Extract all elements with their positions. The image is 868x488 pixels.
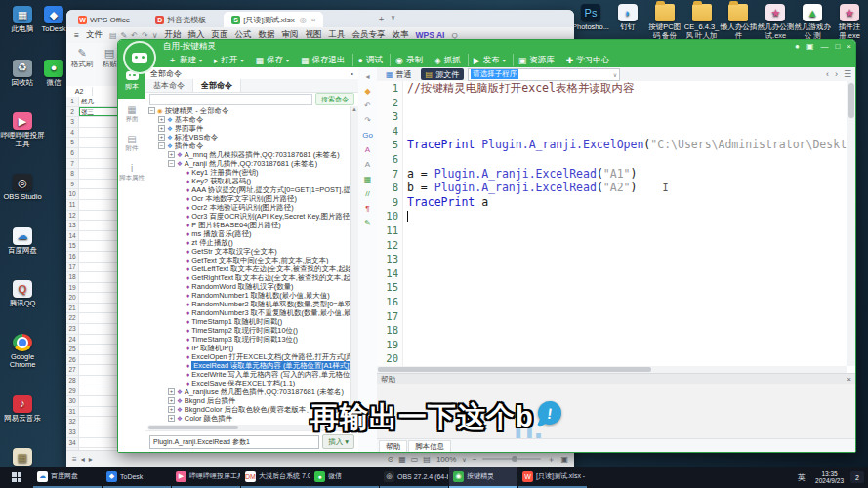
sheet-row[interactable]: 11 xyxy=(66,200,118,211)
sheet-cell[interactable] xyxy=(79,221,118,230)
row-header[interactable]: 25 xyxy=(66,345,79,354)
tree-item[interactable]: + ❖ A_mnq 然几模拟器插件,QQ:703187681 (未签名) xyxy=(145,150,351,159)
code-line[interactable]: 9 TracePrint a xyxy=(377,195,847,210)
sheet-row[interactable]: 27 xyxy=(66,365,118,376)
tree-item[interactable]: ♦ TimeStamp2 取现行时间戳10位() xyxy=(145,326,351,335)
tree-item[interactable]: ♦ ms 播放音乐(路径) xyxy=(145,229,351,238)
sheet-cell[interactable] xyxy=(79,180,118,189)
window-control-button[interactable]: — xyxy=(820,42,828,51)
desktop-icon[interactable]: Q 腾讯QQ xyxy=(0,280,45,308)
expander-icon[interactable]: + xyxy=(158,116,165,123)
desktop-icon[interactable]: ◗ 钉钉 xyxy=(609,4,646,40)
tree-item[interactable]: ♦ GetRightText 取文本右边(全文本,被查找的文本,起始寻找位置默认… xyxy=(145,273,351,282)
sheet-row[interactable]: 3 xyxy=(66,117,118,128)
tray-icon[interactable] xyxy=(773,473,781,481)
sheet-cell[interactable] xyxy=(79,324,118,334)
quick-icon[interactable]: ▤ xyxy=(109,31,117,40)
taskbar-item[interactable]: W [只读]测试.xlsx - ... xyxy=(518,467,587,488)
expander-icon[interactable]: + xyxy=(168,151,175,158)
sheet-row[interactable]: 16 xyxy=(66,252,118,263)
sheet-row[interactable]: 32 xyxy=(66,417,118,427)
sheet-row[interactable]: 10 xyxy=(66,189,118,200)
sheet-row[interactable]: 30 xyxy=(66,396,118,407)
row-header[interactable]: 23 xyxy=(66,324,79,334)
sheet-cell[interactable]: 张三 xyxy=(79,107,118,117)
sheet-cell[interactable]: 然几 xyxy=(79,97,118,106)
tree-item[interactable]: + ❖ 标准VBS命令 xyxy=(145,133,351,142)
sheet-cell[interactable] xyxy=(79,417,118,427)
row-header[interactable]: 14 xyxy=(66,231,79,241)
row-header[interactable]: 28 xyxy=(66,376,79,386)
tray-icon[interactable] xyxy=(730,473,738,481)
taskbar-item[interactable]: ◉ 按键精灵 xyxy=(449,467,517,488)
view-mode-icon[interactable]: ▭ xyxy=(411,455,419,464)
code-line[interactable]: 2 xyxy=(377,96,847,110)
sheet-row[interactable]: 34 xyxy=(66,438,118,449)
sheet-row[interactable]: 1然几 xyxy=(66,97,118,107)
code-line[interactable]: 5 TracePrint Plugin.A_ranji.ExcelOpen("C… xyxy=(377,138,847,152)
row-header[interactable]: 20 xyxy=(66,293,79,303)
row-header[interactable]: 12 xyxy=(66,211,79,221)
tree-item[interactable]: − ❖ 插件命令 xyxy=(145,142,351,150)
desktop-icon[interactable]: 按键PC图码 备份 xyxy=(646,4,683,40)
editor-hscrollbar[interactable] xyxy=(377,366,847,373)
tree-item[interactable]: − ◉ 按键精灵 - 全部命令 xyxy=(145,106,351,115)
strip-icon[interactable]: ◆ xyxy=(364,88,370,96)
tray-icon[interactable] xyxy=(752,473,760,481)
toolbar-button[interactable]: ◉ 录制 xyxy=(390,54,428,66)
zoom-level[interactable]: 100% xyxy=(436,455,456,464)
window-control-button[interactable]: □ xyxy=(835,42,840,51)
strip-icon[interactable]: // xyxy=(365,190,369,198)
row-header[interactable]: 1 xyxy=(66,97,79,106)
code-line[interactable]: 3 xyxy=(377,109,847,124)
sheet-row[interactable]: 15 xyxy=(66,241,118,252)
zoom-slider[interactable] xyxy=(482,458,541,460)
tree-item[interactable]: ♦ ExcelWrite 写入单元格内容 (写入的内容,单元格位置[A1样式]) xyxy=(145,370,351,379)
menu-file[interactable]: 文件 xyxy=(86,29,103,41)
sheet-cell[interactable] xyxy=(79,241,118,251)
row-header[interactable]: 13 xyxy=(66,221,79,230)
editor-nav-icon[interactable]: ☰ xyxy=(844,69,851,79)
tree-item[interactable]: − ❖ A_ranji 然几插件,QQ:703187681 (未签名) xyxy=(145,159,351,168)
code-line[interactable]: 16 xyxy=(377,295,847,309)
expander-icon[interactable]: − xyxy=(148,107,155,114)
tab-source-view[interactable]: ▤ 源文件 xyxy=(421,68,465,80)
tray-icon[interactable] xyxy=(666,473,674,481)
tree-item[interactable]: ♦ Key1 注册插件(密钥) xyxy=(145,168,351,177)
toolbar-button[interactable]: ▦ 保存 ▾ xyxy=(251,54,295,66)
view-mode-icon[interactable]: ▦ xyxy=(398,455,406,464)
sheet-row[interactable]: 25 xyxy=(66,345,118,355)
row-header[interactable]: 15 xyxy=(66,241,79,251)
view-mode-icon[interactable]: ▤ xyxy=(423,455,431,464)
code-line[interactable]: 6 xyxy=(377,152,847,167)
sheet-cell[interactable] xyxy=(79,211,118,221)
code-line[interactable]: 10 xyxy=(377,209,847,224)
code-line[interactable]: 12 xyxy=(377,238,847,253)
tray-icon[interactable] xyxy=(784,473,792,481)
strip-icon[interactable]: ✎ xyxy=(364,220,371,227)
window-control-button[interactable]: × xyxy=(847,42,851,51)
dropdown-arrow-icon[interactable]: ▾ xyxy=(503,57,506,63)
strip-icon[interactable]: ↶ xyxy=(364,102,371,110)
sheet-row[interactable]: 13 xyxy=(66,221,118,231)
search-command-button[interactable]: 搜索命令 xyxy=(315,93,354,105)
row-header[interactable]: 29 xyxy=(66,386,79,396)
tree-item[interactable]: ♦ Ocr2 本地验证码识别(图片路径) xyxy=(145,203,351,212)
tray-icon[interactable] xyxy=(709,473,717,481)
dropdown-arrow-icon[interactable]: ▾ xyxy=(286,57,289,63)
tree-item[interactable]: ♦ RandomWord 取随机汉字(数量) xyxy=(145,282,351,291)
tree-scrollbar[interactable]: ▲ xyxy=(350,106,358,423)
sheet-cell[interactable] xyxy=(79,117,118,127)
sheet-cell[interactable] xyxy=(79,313,118,323)
tree-item[interactable]: ♦ RandomNumber2 取随机单双数(数量,类型[0=单双|1=单|2=… xyxy=(145,300,351,308)
strip-icon[interactable]: ◂ xyxy=(365,73,369,81)
expander-icon[interactable]: + xyxy=(158,125,165,132)
format-painter-button[interactable]: ✎ 格式刷 xyxy=(70,47,94,90)
tree-item[interactable]: ♦ zt 停止播放() xyxy=(145,238,351,247)
command-search-input[interactable] xyxy=(149,94,312,105)
desktop-icon[interactable]: ▶ 哔哩哔哩投屏工具 xyxy=(0,112,45,148)
tree-item[interactable]: + ❖ 界面事件 xyxy=(145,124,351,133)
strip-icon[interactable]: ↷ xyxy=(364,117,371,125)
tree-item[interactable]: ♦ P 图片转BASE64(图片路径) xyxy=(145,221,351,229)
code-line[interactable]: 8 b = Plugin.A_ranji.ExcelRead("A2")I xyxy=(377,181,847,195)
